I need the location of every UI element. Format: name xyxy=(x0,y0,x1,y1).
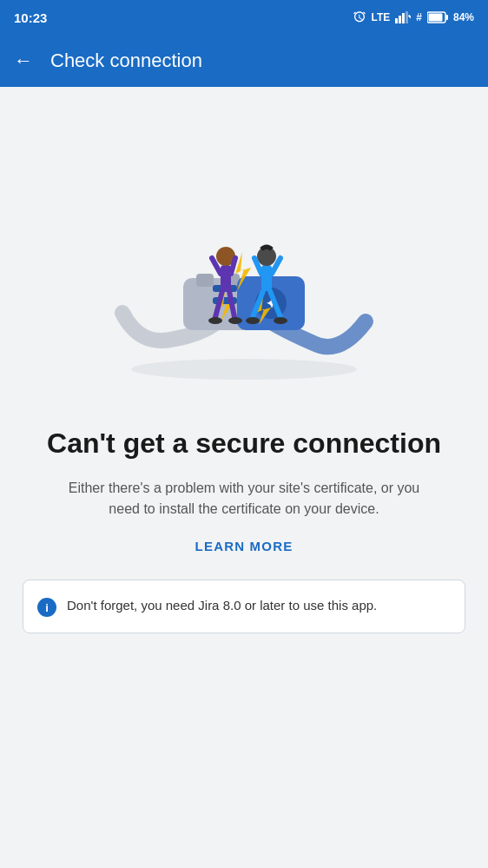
svg-rect-4 xyxy=(408,15,411,19)
svg-point-28 xyxy=(208,317,222,324)
svg-rect-1 xyxy=(399,16,401,23)
main-content: ✦ xyxy=(0,87,488,868)
hash-icon: # xyxy=(416,11,422,23)
info-icon: i xyxy=(37,598,56,617)
status-bar: 10:23 LTE # 84% xyxy=(0,0,488,35)
svg-rect-10 xyxy=(196,274,214,287)
svg-point-31 xyxy=(257,247,276,266)
svg-rect-7 xyxy=(428,14,442,22)
illustration-container: ✦ xyxy=(21,104,467,417)
status-time: 10:23 xyxy=(14,10,47,25)
error-description: Either there's a problem with your site'… xyxy=(53,478,435,520)
svg-rect-6 xyxy=(445,15,448,20)
svg-rect-2 xyxy=(402,13,405,23)
svg-point-37 xyxy=(274,317,287,324)
status-icons: LTE # 84% xyxy=(353,10,475,24)
error-title: Can't get a secure connection xyxy=(47,426,441,461)
battery-percent: 84% xyxy=(453,11,474,23)
signal-icon xyxy=(395,11,411,23)
app-bar-title: Check connection xyxy=(50,50,202,72)
info-box: i Don't forget, you need Jira 8.0 or lat… xyxy=(23,580,465,633)
alarm-icon xyxy=(353,10,366,24)
battery-icon xyxy=(427,11,448,23)
svg-rect-3 xyxy=(406,11,408,23)
svg-rect-0 xyxy=(395,18,398,23)
lte-indicator: LTE xyxy=(372,11,391,23)
svg-point-36 xyxy=(246,317,260,324)
svg-point-29 xyxy=(228,317,242,324)
svg-rect-30 xyxy=(261,265,272,291)
learn-more-link[interactable]: LEARN MORE xyxy=(195,539,293,553)
svg-rect-22 xyxy=(221,265,231,291)
back-button[interactable]: ← xyxy=(14,50,33,72)
svg-point-8 xyxy=(131,359,357,380)
app-bar: ← Check connection xyxy=(0,35,488,87)
plug-illustration: ✦ xyxy=(96,130,392,391)
info-text: Don't forget, you need Jira 8.0 or later… xyxy=(67,596,377,616)
